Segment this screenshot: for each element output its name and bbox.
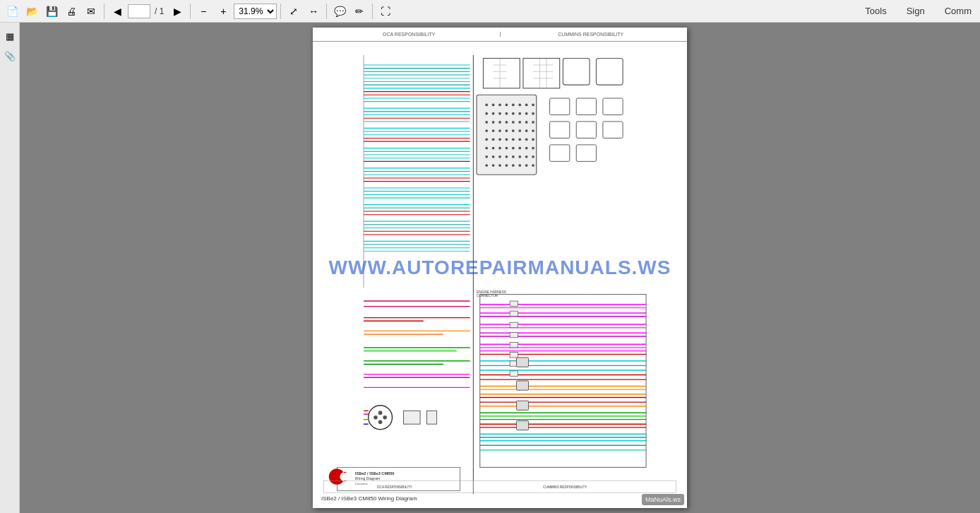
toolbar: 📄 📂 💾 🖨 ✉ ◀ 1 / 1 ▶ − + 31.9% 50% 75% 10… (0, 0, 980, 23)
svg-point-124 (506, 164, 508, 167)
main-content: OCA RESPONSIBILITY CUMMINS RESPONSIBILIT… (20, 23, 980, 513)
zoom-select[interactable]: 31.9% 50% 75% 100% 125% 150% (234, 4, 277, 19)
new-button[interactable]: 📄 (3, 2, 21, 20)
fit-width-button[interactable]: ↔ (304, 2, 323, 20)
open-button[interactable]: 📂 (23, 2, 41, 20)
document-page: OCA RESPONSIBILITY CUMMINS RESPONSIBILIT… (313, 28, 687, 508)
svg-point-152 (383, 415, 387, 420)
doc-header: OCA RESPONSIBILITY CUMMINS RESPONSIBILIT… (313, 28, 687, 42)
save-button[interactable]: 💾 (42, 2, 61, 20)
svg-point-115 (498, 155, 501, 158)
svg-point-105 (485, 147, 488, 150)
svg-point-72 (532, 104, 534, 107)
svg-rect-199 (510, 342, 518, 348)
svg-point-97 (485, 138, 488, 141)
svg-rect-129 (550, 98, 570, 115)
svg-point-101 (512, 138, 515, 141)
svg-point-74 (492, 112, 495, 115)
next-page-button[interactable]: ▶ (168, 2, 186, 20)
svg-point-113 (485, 155, 488, 158)
svg-point-65 (485, 104, 488, 107)
svg-point-80 (532, 112, 534, 115)
left-panel: ▦ 📎 (0, 23, 20, 513)
fit-page-button[interactable]: ⤢ (285, 2, 303, 20)
comm-button[interactable]: Comm (939, 3, 977, 19)
svg-text:CUMMINS RESPONSIBILITY: CUMMINS RESPONSIBILITY (543, 485, 587, 489)
page-thumbnails-button[interactable]: ▦ (2, 28, 18, 44)
prev-page-button[interactable]: ◀ (108, 2, 126, 20)
svg-point-82 (492, 121, 495, 124)
svg-point-128 (532, 164, 534, 167)
svg-point-83 (498, 121, 501, 124)
svg-point-99 (498, 138, 501, 141)
print-button[interactable]: 🖨 (62, 2, 80, 20)
svg-rect-200 (510, 353, 518, 358)
separator-2 (190, 4, 191, 19)
highlight-button[interactable]: ✏ (350, 2, 369, 20)
page-number-input[interactable]: 1 (128, 4, 150, 18)
svg-point-116 (506, 155, 508, 158)
page-total: / 1 (152, 6, 167, 16)
svg-point-66 (492, 104, 495, 107)
svg-point-118 (518, 155, 521, 158)
svg-point-81 (485, 121, 488, 124)
attachments-button[interactable]: 📎 (2, 48, 18, 64)
email-button[interactable]: ✉ (82, 2, 100, 20)
svg-point-112 (532, 147, 534, 150)
separator-1 (104, 4, 104, 19)
svg-text:Cummins: Cummins (355, 482, 368, 485)
svg-rect-197 (510, 322, 518, 328)
svg-point-127 (525, 164, 528, 167)
svg-point-78 (518, 112, 521, 115)
svg-text:ISBe2 / ISBe3 CM850: ISBe2 / ISBe3 CM850 (355, 471, 395, 476)
wiring-diagram: ENGINE HARNESS CONNECTOR ISBe2 / ISBe3 C… (313, 42, 687, 494)
svg-rect-136 (576, 145, 596, 162)
svg-rect-196 (510, 311, 518, 317)
svg-point-96 (532, 129, 534, 132)
svg-rect-51 (483, 59, 520, 88)
manuals-badge: MaNuAls.ws (642, 494, 684, 505)
svg-text:OCA RESPONSIBILITY: OCA RESPONSIBILITY (377, 485, 413, 489)
svg-rect-198 (510, 332, 518, 338)
svg-rect-52 (523, 59, 560, 88)
header-oca: OCA RESPONSIBILITY (313, 32, 501, 37)
separator-5 (372, 4, 373, 19)
svg-point-69 (512, 104, 515, 107)
svg-point-71 (525, 104, 528, 107)
svg-point-95 (525, 129, 528, 132)
toolbar-right: Tools Sign Comm (859, 3, 977, 19)
svg-point-87 (525, 121, 528, 124)
tools-button[interactable]: Tools (859, 3, 892, 19)
svg-point-102 (518, 138, 521, 141)
svg-point-98 (492, 138, 495, 141)
svg-point-86 (518, 121, 521, 124)
svg-point-151 (378, 411, 383, 415)
comment-button[interactable]: 💬 (330, 2, 349, 20)
svg-point-153 (378, 420, 383, 425)
svg-point-90 (492, 129, 495, 132)
svg-text:ENGINE HARNESS: ENGINE HARNESS (477, 290, 506, 294)
separator-4 (326, 4, 327, 19)
svg-point-122 (492, 164, 495, 167)
svg-point-114 (492, 155, 495, 158)
svg-point-77 (512, 112, 515, 115)
svg-point-108 (506, 147, 508, 150)
svg-rect-130 (576, 98, 596, 115)
svg-rect-205 (517, 401, 529, 410)
sign-button[interactable]: Sign (901, 3, 931, 19)
svg-rect-155 (404, 411, 421, 424)
svg-rect-53 (563, 59, 590, 86)
svg-point-93 (512, 129, 515, 132)
svg-point-75 (498, 112, 501, 115)
svg-point-104 (532, 138, 534, 141)
fullscreen-button[interactable]: ⛶ (376, 2, 395, 20)
zoom-in-button[interactable]: + (214, 2, 232, 20)
svg-point-120 (532, 155, 534, 158)
svg-rect-206 (517, 420, 529, 430)
svg-point-85 (512, 121, 515, 124)
svg-point-109 (512, 147, 515, 150)
svg-point-154 (374, 415, 378, 420)
svg-rect-161 (480, 295, 646, 468)
svg-point-107 (498, 147, 501, 150)
zoom-out-button[interactable]: − (194, 2, 213, 20)
